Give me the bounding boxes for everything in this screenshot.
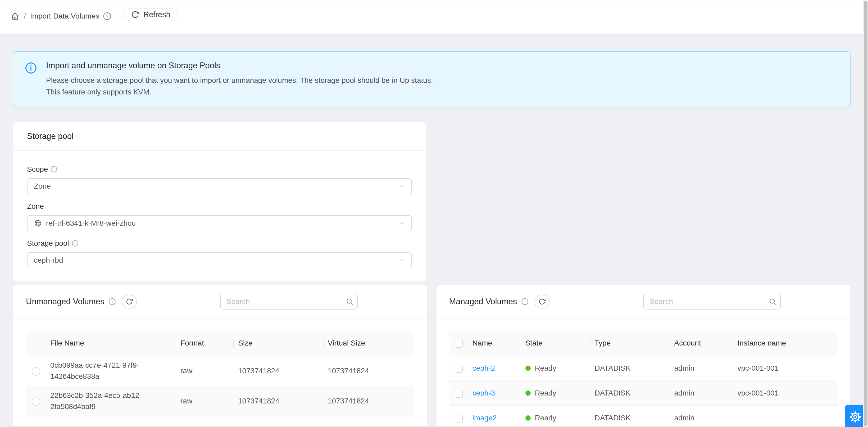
table-row: 22b63c2b-352a-4ec5-ab12-2fa508d4baf9 raw… [26,386,414,416]
info-tooltip-icon[interactable] [51,166,57,173]
scrollbar-thumb[interactable] [864,1,867,426]
unmanaged-volumes-card: Unmanaged Volumes [13,285,428,427]
zone-select-value: ref-trl-6341-k-Mr8-wei-zhou [46,219,136,227]
app-header: / Import Data Volumes ? Refresh [0,2,868,34]
ready-status-dot [525,415,531,421]
scope-label: Scope [27,164,48,175]
info-tooltip-icon[interactable] [521,298,529,305]
cell-format: raw [176,356,234,386]
cell-account: admin [670,405,733,427]
reload-icon [131,10,139,19]
alert-title: Import and unmanage volume on Storage Po… [46,61,433,70]
info-alert: Import and unmanage volume on Storage Po… [13,51,850,108]
pool-label: Storage pool [27,238,69,249]
globe-icon [34,219,42,227]
chevron-down-icon [399,257,405,264]
checkbox[interactable] [455,415,463,423]
alert-description-line-1: Please choose a storage pool that you wa… [46,74,433,86]
unmanaged-volumes-title: Unmanaged Volumes [26,297,104,306]
unmanaged-search-button[interactable] [342,294,357,309]
refresh-button[interactable]: Refresh [124,8,178,21]
scrollbar[interactable] [863,0,868,427]
unmanaged-volumes-header: Unmanaged Volumes [13,285,427,318]
radio-button[interactable] [32,367,40,376]
checkbox[interactable] [455,390,463,398]
column-header-name[interactable]: Name [468,331,521,356]
ready-status-dot [525,391,531,396]
select-all-checkbox[interactable] [455,340,463,347]
cell-virtual-size: 1073741824 [323,356,414,386]
table-row: 0cb099aa-cc7e-4721-97f9-14264bce838a raw… [26,356,414,386]
managed-search-button[interactable] [765,294,780,309]
volume-name-link[interactable]: image2 [472,414,497,422]
column-header-instance-name[interactable]: Instance name [733,331,838,356]
settings-button[interactable] [845,405,866,427]
zone-select[interactable]: ref-trl-6341-k-Mr8-wei-zhou [27,215,412,231]
column-header-virtual-size[interactable]: Virtual Size [323,331,414,356]
search-icon [769,298,777,306]
cell-file-name: 0cb099aa-cc7e-4721-97f9-14264bce838a [46,356,176,386]
question-circle-icon[interactable]: ? [103,12,112,20]
refresh-button-label: Refresh [144,10,170,19]
unmanaged-search-box [220,294,358,309]
info-tooltip-icon[interactable] [72,240,79,247]
scope-select[interactable]: Zone [27,178,412,194]
cell-virtual-size: 1073741824 [323,386,414,416]
managed-volumes-table: Name State Type Account Instance name ce… [449,331,838,427]
column-header-account[interactable]: Account [670,331,733,356]
storage-pool-card-body: Scope Zone [13,151,426,281]
gear-icon [849,411,861,423]
managed-refresh-button[interactable] [534,295,550,308]
managed-search-box [643,294,781,309]
alert-body: Import and unmanage volume on Storage Po… [46,61,433,98]
alert-description-line-2: This feature only supports KVM. [46,86,433,98]
volume-name-link[interactable]: ceph-3 [472,389,495,397]
pool-select[interactable]: ceph-rbd [27,252,412,268]
scope-select-value: Zone [34,182,51,190]
cell-type: DATADISK [590,356,670,381]
storage-pool-card-title: Storage pool [13,122,426,151]
cell-file-name: 22b63c2b-352a-4ec5-ab12-2fa508d4baf9 [46,386,176,416]
state-label: Ready [535,388,556,399]
chevron-down-icon [399,220,405,226]
unmanaged-search-input[interactable] [221,294,342,309]
info-tooltip-icon[interactable] [108,298,116,305]
zone-label: Zone [27,201,44,212]
managed-search-input[interactable] [644,294,765,309]
unmanaged-volumes-table: File Name Format Size Virtual Size 0cb09… [26,331,414,417]
table-row: image2 Ready DATADISK admin [449,405,838,427]
table-row: ceph-2 Ready DATADISK admin vpc-001-001 [449,356,838,381]
search-icon [346,298,354,306]
table-row: ceph-3 Ready DATADISK admin vpc-001-001 [449,381,838,405]
svg-text:?: ? [106,13,108,19]
chevron-down-icon [399,183,405,189]
state-label: Ready [535,413,556,424]
ready-status-dot [525,366,531,371]
unmanaged-volumes-body: File Name Format Size Virtual Size 0cb09… [13,318,427,417]
checkbox[interactable] [455,365,463,373]
column-header-type[interactable]: Type [590,331,670,356]
column-header-state[interactable]: State [521,331,590,356]
managed-volumes-body: Name State Type Account Instance name ce… [436,318,850,427]
cell-type: DATADISK [590,381,670,405]
unmanaged-refresh-button[interactable] [122,295,137,308]
zone-label-row: Zone [27,201,412,212]
home-icon[interactable] [10,12,20,21]
breadcrumb: / Import Data Volumes ? [10,8,112,24]
radio-button[interactable] [32,397,40,406]
column-header-file-name[interactable]: File Name [46,331,176,356]
storage-pool-card: Storage pool Scope Zone [13,122,426,282]
managed-volumes-header: Managed Volumes [436,285,850,318]
volumes-cards-row: Unmanaged Volumes [13,285,850,427]
cell-size: 1073741824 [234,386,323,416]
top-strip [0,0,868,2]
managed-volumes-card: Managed Volumes [436,285,851,427]
cell-account: admin [670,381,733,405]
column-header-selection [449,331,468,356]
column-header-size[interactable]: Size [234,331,323,356]
volume-name-link[interactable]: ceph-2 [472,364,495,372]
column-header-format[interactable]: Format [176,331,234,356]
cell-size: 1073741824 [234,356,323,386]
managed-volumes-title: Managed Volumes [449,297,517,306]
main-content: Import and unmanage volume on Storage Po… [0,34,863,427]
